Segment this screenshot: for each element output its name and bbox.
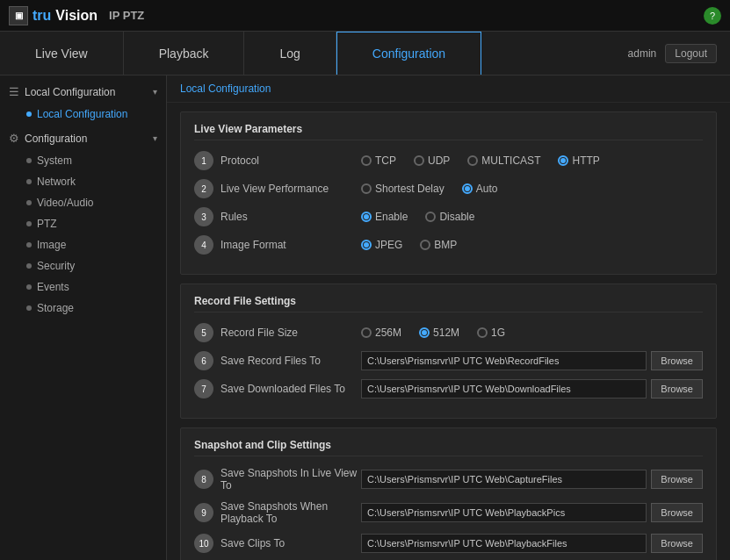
save-download-browse-button[interactable]: Browse (651, 379, 703, 398)
sidebar-section-local: ☰ Local Configuration ▾ Local Configurat… (0, 80, 166, 125)
save-clips-label: Save Clips To (220, 537, 361, 549)
image-format-jpeg-radio[interactable] (361, 240, 372, 250)
save-clips-row: 10 Save Clips To Browse (194, 534, 703, 553)
sidebar-item-security[interactable]: Security (18, 255, 166, 276)
record-size-label: Record File Size (220, 327, 361, 339)
rules-num: 3 (194, 207, 213, 226)
save-record-browse-button[interactable]: Browse (651, 351, 703, 370)
rules-disable-radio[interactable] (425, 212, 436, 222)
sidebar-item-network[interactable]: Network (18, 171, 166, 192)
save-snapshot-pb-path-input[interactable] (361, 503, 647, 522)
protocol-tcp[interactable]: TCP (361, 154, 396, 167)
sidebar-item-ptz[interactable]: PTZ (18, 213, 166, 234)
snapshot-title: Snapshot and Clip Settings (194, 439, 703, 456)
save-record-path-input[interactable] (361, 351, 647, 370)
protocol-http-label: HTTP (572, 154, 599, 167)
image-format-row: 4 Image Format JPEG BMP (194, 235, 703, 255)
save-snapshot-pb-row: 9 Save Snapshots When Playback To Browse (194, 500, 703, 525)
sidebar-item-video-audio[interactable]: Video/Audio (18, 192, 166, 213)
rules-options: Enable Disable (361, 211, 703, 223)
protocol-tcp-radio[interactable] (361, 155, 372, 166)
lv-perf-shortest-radio[interactable] (361, 183, 372, 194)
nav-log[interactable]: Log (244, 32, 336, 75)
nav-log-label: Log (279, 47, 300, 61)
protocol-udp-radio[interactable] (414, 155, 424, 166)
live-view-performance-row: 2 Live View Performance Shortest Delay A… (194, 179, 703, 198)
sidebar-item-storage[interactable]: Storage (18, 298, 166, 319)
sidebar: ☰ Local Configuration ▾ Local Configurat… (0, 75, 167, 560)
rules-enable-label: Enable (375, 211, 408, 223)
image-format-bmp[interactable]: BMP (420, 239, 457, 251)
sidebar-item-system[interactable]: System (18, 150, 166, 171)
sidebar-item-events[interactable]: Events (18, 276, 166, 298)
sidebar-header-config[interactable]: ⚙ Configuration ▾ (0, 126, 166, 150)
network-dot (26, 179, 32, 184)
record-size-256m-label: 256M (375, 327, 401, 339)
save-download-path-input[interactable] (361, 379, 647, 398)
record-size-512m-radio[interactable] (419, 327, 430, 338)
rules-enable[interactable]: Enable (361, 211, 408, 223)
config-panel: Live View Parameters 1 Protocol TCP UDP (167, 103, 730, 560)
save-clips-path-input[interactable] (361, 534, 647, 553)
protocol-multicast[interactable]: MULTICAST (467, 154, 540, 167)
save-download-label: Save Downloaded Files To (220, 383, 361, 395)
rules-disable[interactable]: Disable (425, 211, 474, 223)
lv-perf-auto-radio[interactable] (462, 183, 473, 194)
logo-icon: ▣ (9, 6, 28, 25)
protocol-options: TCP UDP MULTICAST HTTP (361, 154, 703, 167)
sidebar-section-config-label: Configuration (25, 133, 87, 145)
record-size-256m[interactable]: 256M (361, 327, 401, 339)
record-file-settings-block: Record File Settings 5 Record File Size … (180, 284, 717, 419)
local-config-chevron: ▾ (153, 87, 157, 97)
save-snapshot-lv-num: 8 (194, 470, 213, 489)
image-format-jpeg[interactable]: JPEG (361, 239, 402, 251)
rules-enable-radio[interactable] (361, 212, 372, 222)
save-snapshot-pb-input-row: Browse (361, 503, 703, 522)
logo-ip-ptz: IP PTZ (109, 9, 144, 22)
save-snapshot-lv-browse-button[interactable]: Browse (651, 470, 703, 489)
lv-perf-shortest[interactable]: Shortest Delay (361, 183, 445, 195)
protocol-http[interactable]: HTTP (558, 154, 599, 167)
save-snapshot-lv-label: Save Snapshots In Live View To (220, 467, 361, 492)
image-format-bmp-label: BMP (434, 239, 457, 251)
live-view-parameters-block: Live View Parameters 1 Protocol TCP UDP (180, 111, 717, 275)
record-size-1g[interactable]: 1G (477, 327, 505, 339)
nav-configuration[interactable]: Configuration (336, 32, 481, 75)
protocol-multicast-radio[interactable] (467, 155, 478, 166)
image-format-label: Image Format (220, 239, 361, 251)
save-snapshot-lv-path-input[interactable] (361, 470, 647, 489)
nav-configuration-label: Configuration (372, 47, 445, 61)
save-snapshot-pb-browse-button[interactable]: Browse (651, 503, 703, 522)
video-audio-label: Video/Audio (37, 197, 94, 209)
sidebar-sub-local: Local Configuration (0, 104, 166, 125)
nav-username: admin (628, 47, 657, 60)
main-layout: ☰ Local Configuration ▾ Local Configurat… (0, 75, 730, 560)
network-label: Network (37, 176, 76, 188)
nav-playback[interactable]: Playback (124, 32, 245, 75)
nav-live-view[interactable]: Live View (0, 32, 124, 75)
help-button[interactable]: ? (704, 7, 721, 25)
nav-playback-label: Playback (159, 47, 209, 61)
lv-perf-num: 2 (194, 179, 213, 198)
sidebar-sub-config: System Network Video/Audio PTZ Image (0, 150, 166, 319)
protocol-http-radio[interactable] (558, 155, 568, 166)
record-size-256m-radio[interactable] (361, 327, 372, 338)
save-snapshot-pb-label: Save Snapshots When Playback To (220, 500, 361, 525)
rules-row: 3 Rules Enable Disable (194, 207, 703, 226)
record-size-512m[interactable]: 512M (419, 327, 459, 339)
record-size-1g-radio[interactable] (477, 327, 488, 338)
logout-button[interactable]: Logout (665, 44, 717, 63)
image-format-bmp-radio[interactable] (420, 240, 430, 250)
lv-perf-auto[interactable]: Auto (462, 183, 498, 195)
system-label: System (37, 154, 72, 167)
sidebar-header-local-config[interactable]: ☰ Local Configuration ▾ (0, 80, 166, 104)
sidebar-item-image[interactable]: Image (18, 234, 166, 255)
sidebar-item-local-configuration[interactable]: Local Configuration (18, 104, 166, 125)
image-format-options: JPEG BMP (361, 239, 703, 251)
save-clips-browse-button[interactable]: Browse (651, 534, 703, 553)
protocol-udp[interactable]: UDP (414, 154, 450, 167)
nav-user-area: admin Logout (628, 44, 730, 63)
save-snapshot-lv-input-row: Browse (361, 470, 703, 489)
config-icon: ⚙ (9, 132, 19, 145)
save-download-input-row: Browse (361, 379, 703, 398)
